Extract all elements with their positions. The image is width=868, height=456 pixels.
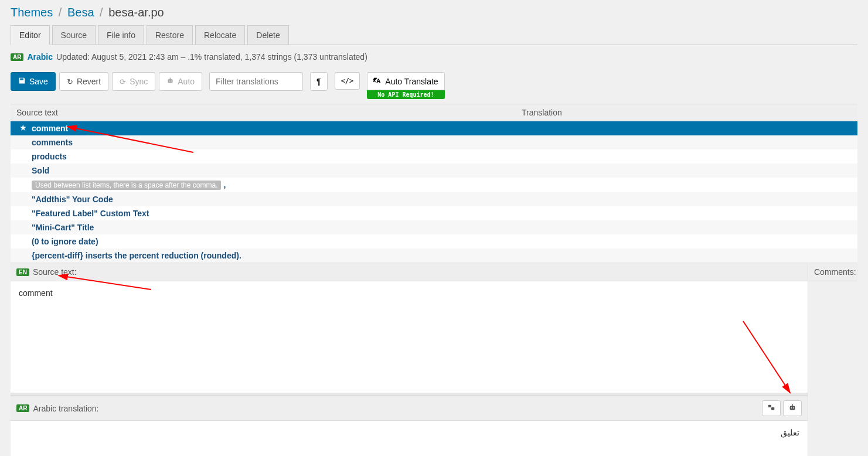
string-row[interactable]: (0 to ignore date) — [11, 234, 857, 249]
auto-translate-sublabel: No API Required! — [367, 90, 444, 99]
svg-rect-6 — [790, 406, 795, 410]
string-list: commentcommentsproductsSoldUsed between … — [11, 121, 857, 263]
comments-panel-header: Comments: — [808, 263, 857, 281]
string-text: "Featured Label" Custom Text — [32, 209, 149, 218]
string-row[interactable]: comment — [11, 121, 857, 135]
string-row[interactable]: Used between list items, there is a spac… — [11, 178, 857, 192]
suggest-icon — [767, 404, 775, 413]
svg-point-8 — [793, 407, 794, 409]
svg-point-7 — [791, 407, 792, 409]
string-row[interactable]: "Mini-Cart" Title — [11, 220, 857, 234]
svg-rect-3 — [170, 78, 171, 79]
sync-button[interactable]: ⟳ Sync — [112, 72, 155, 91]
col-source: Source text — [11, 104, 516, 121]
string-text: "Addthis" Your Code — [32, 195, 113, 204]
string-row[interactable]: "Addthis" Your Code — [11, 192, 857, 206]
svg-rect-9 — [792, 404, 793, 406]
suggest-button[interactable] — [762, 400, 781, 416]
translation-panel: AR Arabic translation: — [11, 396, 808, 456]
string-row[interactable]: "Featured Label" Custom Text — [11, 206, 857, 220]
robot-button[interactable] — [783, 400, 802, 416]
breadcrumb: Themes / Besa / besa-ar.po — [11, 6, 857, 19]
language-name[interactable]: Arabic — [27, 52, 53, 62]
breadcrumb-mid[interactable]: Besa — [67, 6, 94, 19]
code-view-button[interactable]: </> — [335, 72, 360, 90]
revert-label: Revert — [77, 77, 101, 86]
revert-button[interactable]: ↻ Revert — [59, 72, 108, 91]
save-icon — [18, 77, 26, 86]
string-row[interactable]: products — [11, 149, 857, 164]
string-text: products — [32, 152, 67, 161]
source-panel: EN Source text: comment — [11, 263, 808, 393]
status-text: Updated: August 5, 2021 2:43 am – .1% tr… — [56, 52, 367, 62]
filter-input[interactable] — [209, 72, 303, 91]
tab-editor[interactable]: Editor — [11, 25, 50, 45]
translation-text-area[interactable]: تعليق — [11, 421, 808, 456]
auto-icon — [166, 77, 174, 86]
sync-icon: ⟳ — [120, 77, 126, 86]
string-text: comment — [32, 124, 68, 133]
string-text: {percent-diff} inserts the percent reduc… — [32, 251, 241, 260]
auto-translate-label: Auto Translate — [385, 77, 438, 86]
robot-icon — [788, 404, 796, 413]
svg-point-1 — [169, 81, 170, 82]
comments-panel-label: Comments: — [814, 267, 856, 277]
col-translation: Translation — [516, 104, 857, 121]
svg-point-2 — [171, 81, 172, 82]
source-text-area: comment — [11, 281, 808, 393]
context-tag: Used between list items, there is a spac… — [32, 181, 221, 190]
tab-file-info[interactable]: File info — [98, 25, 144, 45]
auto-label: Auto — [178, 77, 195, 86]
tab-bar: EditorSourceFile infoRestoreRelocateDele… — [11, 25, 857, 45]
svg-rect-5 — [771, 407, 774, 410]
table-header: Source text Translation — [11, 104, 857, 121]
auto-translate-button[interactable]: Auto Translate — [367, 72, 444, 90]
breadcrumb-current: besa-ar.po — [108, 6, 164, 19]
pilcrow-button[interactable]: ¶ — [310, 72, 328, 91]
save-label: Save — [29, 77, 48, 86]
string-text: comments — [32, 138, 73, 147]
breadcrumb-root[interactable]: Themes — [11, 6, 53, 19]
string-row[interactable]: comments — [11, 135, 857, 149]
translation-panel-label: Arabic translation: — [33, 404, 98, 413]
tab-relocate[interactable]: Relocate — [195, 25, 245, 45]
toolbar: Save ↻ Revert ⟳ Sync Auto ¶ </> Auto Tra… — [11, 67, 857, 104]
translate-icon — [373, 76, 382, 86]
save-button[interactable]: Save — [11, 72, 56, 91]
en-badge: EN — [16, 268, 29, 276]
string-text: "Mini-Cart" Title — [32, 223, 94, 232]
svg-rect-0 — [168, 79, 173, 83]
string-text: , — [223, 180, 226, 189]
sync-label: Sync — [130, 77, 148, 86]
tab-delete[interactable]: Delete — [247, 25, 288, 45]
ar-badge: AR — [16, 404, 29, 412]
string-row[interactable]: {percent-diff} inserts the percent reduc… — [11, 249, 857, 263]
lang-badge-ar: AR — [11, 53, 23, 61]
auto-button[interactable]: Auto — [159, 72, 202, 91]
svg-rect-4 — [768, 405, 771, 407]
string-text: Sold — [32, 166, 49, 175]
string-text: (0 to ignore date) — [32, 237, 98, 246]
revert-icon: ↻ — [67, 77, 73, 86]
tab-source[interactable]: Source — [52, 25, 96, 45]
source-panel-label: Source text: — [33, 267, 77, 277]
tab-restore[interactable]: Restore — [147, 25, 193, 45]
string-row[interactable]: Sold — [11, 164, 857, 178]
status-line: AR Arabic Updated: August 5, 2021 2:43 a… — [11, 45, 857, 67]
